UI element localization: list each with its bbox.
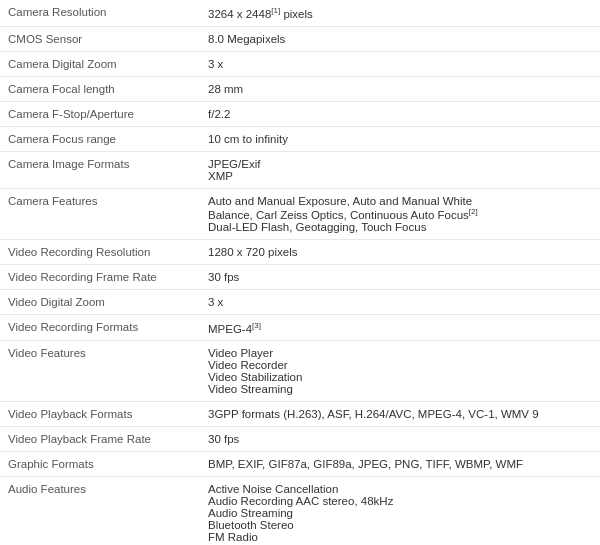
spec-label: Video Recording Formats [0,314,200,341]
spec-label: Video Playback Frame Rate [0,427,200,452]
spec-value: BMP, EXIF, GIF87a, GIF89a, JPEG, PNG, TI… [200,452,600,477]
spec-label: CMOS Sensor [0,26,200,51]
spec-value: JPEG/ExifXMP [200,151,600,188]
spec-label: Camera Resolution [0,0,200,26]
spec-label: Video Playback Formats [0,402,200,427]
spec-label: Video Recording Resolution [0,239,200,264]
table-row: Audio FeaturesActive Noise CancellationA… [0,477,600,545]
spec-label: Video Recording Frame Rate [0,264,200,289]
table-row: Video Recording FormatsMPEG-4[3] [0,314,600,341]
spec-value: Video PlayerVideo RecorderVideo Stabiliz… [200,341,600,402]
spec-label: Camera Digital Zoom [0,51,200,76]
spec-label: Camera Focus range [0,126,200,151]
table-row: Video Recording Frame Rate30 fps [0,264,600,289]
spec-label: Video Features [0,341,200,402]
spec-value: 8.0 Megapixels [200,26,600,51]
spec-value: 1280 x 720 pixels [200,239,600,264]
spec-value: 30 fps [200,427,600,452]
table-row: Camera F-Stop/Aperturef/2.2 [0,101,600,126]
spec-label: Camera Focal length [0,76,200,101]
spec-label: Camera Features [0,188,200,239]
table-row: Camera Resolution3264 x 2448[1] pixels [0,0,600,26]
table-row: Camera Digital Zoom3 x [0,51,600,76]
table-row: CMOS Sensor8.0 Megapixels [0,26,600,51]
spec-value: 10 cm to infinity [200,126,600,151]
table-row: Camera Focal length28 mm [0,76,600,101]
spec-value: 30 fps [200,264,600,289]
spec-label: Audio Features [0,477,200,545]
table-row: Video Digital Zoom3 x [0,289,600,314]
table-row: Video FeaturesVideo PlayerVideo Recorder… [0,341,600,402]
spec-label: Camera F-Stop/Aperture [0,101,200,126]
spec-value: 3264 x 2448[1] pixels [200,0,600,26]
spec-value: 3 x [200,289,600,314]
spec-value: Auto and Manual Exposure, Auto and Manua… [200,188,600,239]
spec-label: Video Digital Zoom [0,289,200,314]
table-row: Camera Focus range10 cm to infinity [0,126,600,151]
spec-value: 28 mm [200,76,600,101]
spec-value: 3 x [200,51,600,76]
table-row: Camera Image FormatsJPEG/ExifXMP [0,151,600,188]
spec-value: f/2.2 [200,101,600,126]
spec-label: Graphic Formats [0,452,200,477]
table-row: Video Playback Frame Rate30 fps [0,427,600,452]
spec-value: MPEG-4[3] [200,314,600,341]
spec-value: Active Noise CancellationAudio Recording… [200,477,600,545]
spec-table: Camera Resolution3264 x 2448[1] pixelsCM… [0,0,600,545]
table-row: Video Playback Formats3GPP formats (H.26… [0,402,600,427]
table-row: Graphic FormatsBMP, EXIF, GIF87a, GIF89a… [0,452,600,477]
spec-value: 3GPP formats (H.263), ASF, H.264/AVC, MP… [200,402,600,427]
spec-label: Camera Image Formats [0,151,200,188]
table-row: Video Recording Resolution1280 x 720 pix… [0,239,600,264]
table-row: Camera FeaturesAuto and Manual Exposure,… [0,188,600,239]
